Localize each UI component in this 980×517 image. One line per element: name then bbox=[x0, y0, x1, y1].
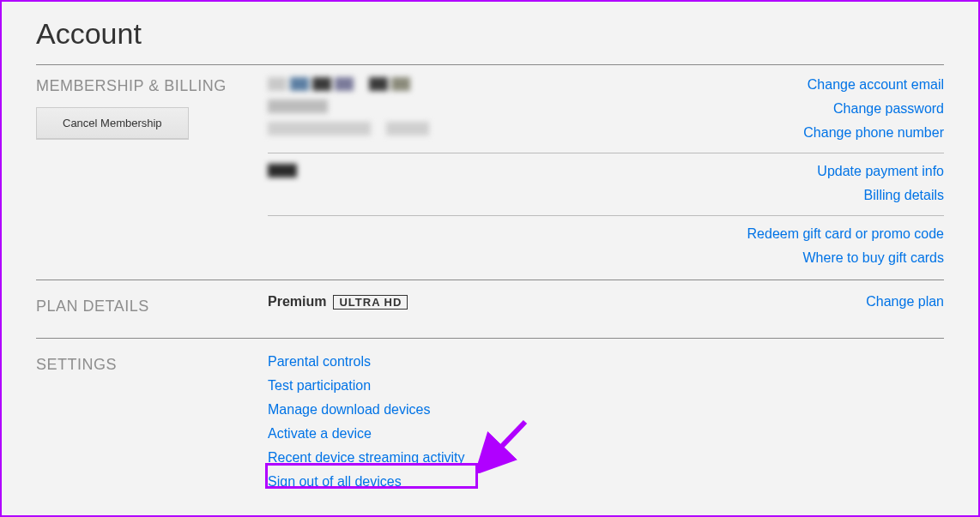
divider bbox=[36, 280, 944, 280]
billing-details-link[interactable]: Billing details bbox=[817, 188, 944, 203]
activate-device-link[interactable]: Activate a device bbox=[268, 426, 944, 442]
redeem-link[interactable]: Redeem gift card or promo code bbox=[747, 226, 944, 242]
divider bbox=[36, 64, 944, 65]
page-title: Account bbox=[36, 17, 944, 51]
membership-section: MEMBERSHIP & BILLING Cancel Membership bbox=[36, 74, 944, 274]
sub-divider bbox=[268, 215, 944, 216]
settings-label: SETTINGS bbox=[36, 356, 268, 374]
divider bbox=[36, 338, 944, 339]
change-password-link[interactable]: Change password bbox=[803, 101, 944, 117]
cancel-membership-button[interactable]: Cancel Membership bbox=[36, 107, 189, 139]
account-info-redacted bbox=[268, 75, 429, 135]
plan-name-text: Premium bbox=[268, 294, 326, 310]
settings-section: SETTINGS Parental controls Test particip… bbox=[36, 347, 944, 490]
change-plan-link[interactable]: Change plan bbox=[866, 294, 944, 310]
change-email-link[interactable]: Change account email bbox=[803, 77, 944, 93]
badge-hd-text: HD bbox=[384, 296, 402, 309]
payment-info-redacted bbox=[268, 162, 297, 177]
where-buy-link[interactable]: Where to buy gift cards bbox=[747, 250, 944, 266]
sub-divider bbox=[268, 153, 944, 153]
recent-device-streaming-link[interactable]: Recent device streaming activity bbox=[268, 450, 944, 466]
parental-controls-link[interactable]: Parental controls bbox=[268, 354, 944, 370]
plan-label: PLAN DETAILS bbox=[36, 298, 268, 316]
update-payment-link[interactable]: Update payment info bbox=[817, 164, 944, 179]
sign-out-all-link[interactable]: Sign out of all devices bbox=[268, 474, 944, 490]
test-participation-link[interactable]: Test participation bbox=[268, 378, 944, 394]
membership-label: MEMBERSHIP & BILLING bbox=[36, 77, 268, 95]
plan-name: Premium ULTRA HD bbox=[268, 294, 408, 310]
badge-ultra-text: ULTRA bbox=[339, 296, 380, 309]
plan-section: PLAN DETAILS Premium ULTRA HD Change pla… bbox=[36, 289, 944, 333]
ultra-hd-badge: ULTRA HD bbox=[333, 295, 408, 310]
change-phone-link[interactable]: Change phone number bbox=[803, 125, 944, 141]
manage-download-devices-link[interactable]: Manage download devices bbox=[268, 402, 944, 418]
